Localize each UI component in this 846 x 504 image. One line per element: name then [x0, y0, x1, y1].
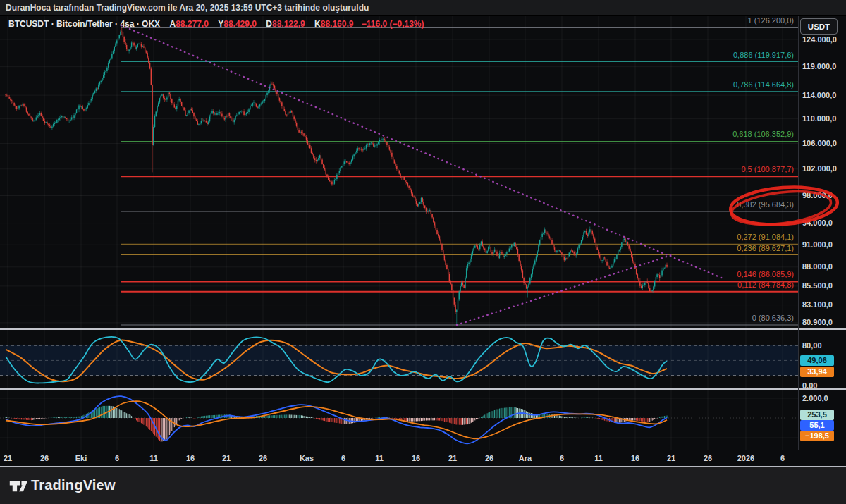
- price-axis-tick: 85.500,0: [802, 281, 833, 290]
- price-axis-tick: 110.000,0: [802, 114, 836, 123]
- time-axis-tick: 6: [328, 450, 359, 467]
- high-value: 88.429,0: [223, 19, 257, 29]
- price-axis-tick: 91.000,0: [802, 240, 833, 249]
- fib-level-label: 0,112 (84.784,8): [582, 281, 794, 289]
- price-axis-tick: 98.000,0: [802, 191, 833, 199]
- close-key: K: [314, 19, 321, 29]
- price-change: −116,0 (−0,13%): [362, 19, 424, 29]
- open-key: A: [169, 19, 176, 29]
- time-axis-tick: 26: [29, 450, 60, 467]
- price-axis-tick: 80.900,0: [802, 318, 833, 326]
- price-axis-tick: 119.000,0: [802, 62, 836, 70]
- price-axis-tick: 88.000,0: [802, 262, 833, 271]
- export-attribution-bar: DuranHoca tarafından TradingView.com ile…: [0, 0, 846, 16]
- time-axis-tick: 21: [211, 450, 242, 467]
- macd-hist-value-badge: 253,5: [800, 410, 834, 420]
- symbol-title: BTCUSDT · Bitcoin/Tether · 4sa · OKX: [8, 19, 160, 29]
- price-axis-tick: 106.000,0: [802, 139, 837, 147]
- fib-level-label: 0,236 (89.627,1): [582, 244, 794, 252]
- time-axis-tick: 11: [583, 450, 614, 467]
- macd-axis-tick: 2.000,0: [802, 394, 828, 402]
- time-axis-tick: 26: [692, 450, 723, 467]
- currency-toggle-button[interactable]: USDT: [800, 18, 838, 35]
- close-value: 88.160,9: [321, 19, 354, 29]
- stoch-k-value-badge: 49,06: [800, 355, 834, 366]
- fib-level-label: 0,618 (106.352,9): [582, 130, 794, 138]
- fib-level-label: 0,786 (114.664,8): [582, 80, 794, 89]
- time-axis-tick: 21: [0, 450, 23, 467]
- fib-level-label: 0 (80.636,3): [582, 314, 794, 322]
- fib-level-label: 0,382 (95.684,3): [582, 200, 794, 209]
- fib-level-label: 0,272 (91.084,1): [582, 233, 794, 241]
- price-axis-tick: 83.100,0: [802, 300, 833, 309]
- price-axis-tick: 114.000,0: [802, 91, 836, 99]
- stoch-axis-tick: 0,00: [802, 381, 817, 390]
- price-axis-tick: 102.000,0: [802, 164, 837, 173]
- tradingview-snapshot: DuranHoca tarafından TradingView.com ile…: [0, 0, 846, 504]
- price-axis-tick: 94.000,0: [802, 219, 833, 227]
- time-axis-tick: Kas: [291, 450, 322, 467]
- macd-line-value-badge: 55,1: [800, 420, 834, 431]
- time-axis-tick: 26: [474, 450, 505, 467]
- symbol-legend: BTCUSDT · Bitcoin/Tether · 4sa · OKX A88…: [8, 19, 424, 29]
- low-key: D: [266, 19, 272, 29]
- time-axis-tick: 2026: [730, 450, 761, 467]
- time-axis-tick: 16: [175, 450, 206, 467]
- time-axis-tick: 21: [437, 450, 468, 467]
- time-axis-tick: 16: [400, 450, 431, 467]
- open-value: 88.277,0: [176, 19, 209, 29]
- stoch-d-value-badge: 33,94: [800, 367, 834, 377]
- watermark-bar: TradingView: [0, 467, 846, 504]
- time-axis-tick: Eki: [66, 450, 97, 467]
- fib-level-label: 0,5 (100.877,7): [582, 165, 794, 173]
- tradingview-logo-text[interactable]: TradingView: [31, 477, 116, 493]
- time-axis-tick: 6: [767, 450, 798, 467]
- time-axis-tick: Ara: [510, 450, 541, 467]
- time-axis-tick: 16: [620, 450, 651, 467]
- fib-level-label: 0,146 (86.085,9): [582, 270, 794, 278]
- time-axis-tick: 11: [364, 450, 395, 467]
- time-axis-tick: 26: [247, 450, 278, 467]
- stoch-axis-tick: 80,00: [802, 341, 822, 350]
- tradingview-logo-icon: [9, 478, 28, 495]
- fib-level-label: 1 (126.200,0): [582, 16, 794, 25]
- price-axis-tick: 124.000,0: [802, 35, 837, 44]
- time-axis-tick: 6: [102, 450, 133, 467]
- macd-signal-value-badge: −198,5: [800, 431, 834, 441]
- time-axis-tick: 11: [138, 450, 169, 467]
- low-value: 88.122,9: [272, 19, 305, 29]
- fib-level-label: 0,886 (119.917,6): [582, 51, 794, 59]
- time-axis-tick: 21: [656, 450, 687, 467]
- time-axis-tick: 6: [546, 450, 577, 467]
